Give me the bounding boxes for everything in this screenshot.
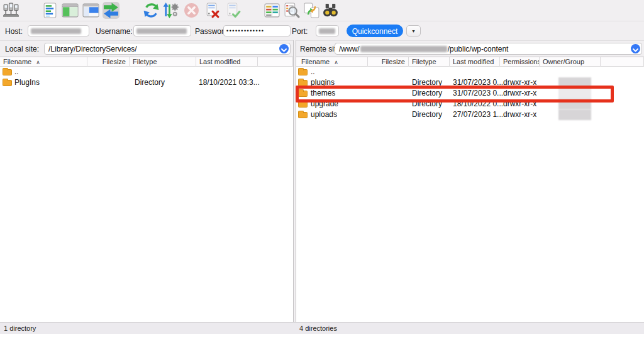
filename-cell: themes: [311, 88, 335, 99]
directory-comparison-icon[interactable]: [264, 2, 280, 19]
remote-site-path-field[interactable]: /www/ /public/wp-content: [335, 43, 642, 55]
local-path-dropdown-icon[interactable]: [279, 44, 289, 53]
divider: [0, 40, 644, 41]
filetype-cell: Directory: [412, 77, 442, 88]
port-input[interactable]: [316, 25, 339, 36]
synchronized-browsing-icon[interactable]: [303, 2, 320, 19]
remote-row-uploads[interactable]: uploads Directory 27/07/2023 1... drwxr-…: [296, 109, 644, 120]
remote-col-spacer: [601, 57, 644, 67]
folder-icon: [298, 112, 308, 118]
remote-col-lastmodified[interactable]: Last modified: [450, 57, 500, 67]
folder-icon: [3, 80, 12, 86]
remote-path-suffix: /public/wp-content: [448, 45, 509, 53]
site-manager-icon[interactable]: [3, 2, 19, 19]
port-label: Port:: [292, 27, 308, 36]
local-col-lastmodified[interactable]: Last modified: [196, 57, 258, 67]
folder-icon: [3, 69, 12, 75]
redacted-owner-group: [558, 99, 591, 109]
remote-col-permissions[interactable]: Permissions: [500, 57, 540, 67]
divider: [0, 21, 644, 21]
quickconnect-button[interactable]: Quickconnect: [347, 25, 403, 37]
filetype-cell: Directory: [135, 77, 165, 88]
local-col-filetype[interactable]: Filetype: [130, 57, 196, 67]
redacted-owner-group: [558, 109, 591, 120]
filezilla-window: Host: Username: Password: ••••••••••••• …: [0, 0, 644, 344]
redacted-host-value: [31, 28, 81, 34]
password-dots: •••••••••••••: [226, 28, 264, 34]
permissions-cell: drwxr-xr-x: [503, 77, 536, 88]
folder-icon: [298, 80, 308, 86]
lastmodified-cell: 27/07/2023 1...: [453, 109, 503, 120]
local-col-filesize[interactable]: Filesize: [87, 57, 130, 67]
remote-status-text: 4 directories: [299, 325, 337, 332]
remote-col-filesize[interactable]: Filesize: [368, 57, 409, 67]
transfer-queue-icon[interactable]: [103, 2, 119, 19]
filetype-cell: Directory: [412, 99, 442, 109]
redacted-owner-group: [558, 88, 591, 99]
filetype-cell: Directory: [412, 88, 442, 99]
local-path-text: /Library/DirectoryServices/: [48, 45, 137, 53]
reconnect-icon[interactable]: [225, 2, 242, 19]
transfer-settings-icon[interactable]: [162, 2, 179, 19]
redacted-remote-path: [360, 46, 447, 52]
remote-col-filename[interactable]: Filename∧: [296, 57, 368, 67]
username-input[interactable]: [133, 25, 191, 36]
filename-cell: ..: [14, 67, 19, 77]
filename-cell: uploads: [311, 109, 337, 120]
remote-row-upgrade[interactable]: upgrade Directory 18/10/2022 0... drwxr-…: [296, 99, 644, 109]
filename-filters-icon[interactable]: [283, 2, 300, 19]
host-input[interactable]: [28, 25, 89, 36]
remote-treeview-icon[interactable]: [82, 2, 99, 19]
redacted-owner-group: [558, 77, 591, 88]
remote-row-parent[interactable]: ..: [296, 67, 644, 77]
local-row-parent[interactable]: ..: [0, 67, 293, 77]
password-input[interactable]: •••••••••••••: [223, 25, 291, 36]
filetype-cell: Directory: [412, 109, 442, 120]
local-site-label: Local site:: [5, 45, 39, 53]
folder-icon: [298, 91, 308, 97]
lastmodified-cell: 18/10/2021 03:3...: [199, 77, 260, 88]
folder-icon: [298, 69, 308, 75]
local-row-plugins[interactable]: PlugIns Directory 18/10/2021 03:3...: [0, 77, 293, 88]
filename-cell: PlugIns: [14, 77, 40, 88]
top-chrome: Host: Username: Password: ••••••••••••• …: [0, 0, 644, 57]
remote-path-dropdown-icon[interactable]: [631, 44, 640, 53]
permissions-cell: drwxr-xr-x: [503, 88, 536, 99]
host-label: Host:: [5, 27, 23, 36]
filename-cell: plugins: [311, 77, 335, 88]
cancel-icon[interactable]: [183, 2, 200, 19]
refresh-icon[interactable]: [143, 2, 160, 19]
folder-icon: [298, 101, 308, 108]
remote-row-plugins[interactable]: plugins Directory 31/07/2023 0... drwxr-…: [296, 77, 644, 88]
remote-row-themes[interactable]: themes Directory 31/07/2023 0... drwxr-x…: [296, 88, 644, 99]
local-site-path-field[interactable]: /Library/DirectoryServices/: [44, 43, 291, 55]
permissions-cell: drwxr-xr-x: [503, 109, 536, 120]
redacted-username-value: [136, 28, 187, 34]
message-log-icon[interactable]: [42, 2, 58, 19]
remote-list-header: Filename∧ Filesize Filetype Last modifie…: [296, 57, 644, 67]
disconnect-icon[interactable]: [204, 2, 221, 19]
pane-divider[interactable]: [293, 40, 296, 333]
local-col-filename[interactable]: Filename∧: [0, 57, 87, 67]
local-col-spacer: [258, 57, 293, 67]
permissions-cell: drwxr-xr-x: [503, 99, 536, 109]
sort-asc-icon: ∧: [36, 59, 40, 65]
remote-col-filetype[interactable]: Filetype: [409, 57, 450, 67]
status-bar: 1 directory 4 directories: [0, 322, 644, 334]
redacted-port-value: [319, 28, 335, 34]
local-list-header: Filename∧ Filesize Filetype Last modifie…: [0, 57, 293, 67]
filename-cell: ..: [311, 67, 315, 77]
lastmodified-cell: 18/10/2022 0...: [453, 99, 503, 109]
quickconnect-dropdown-icon[interactable]: ▼: [406, 25, 421, 36]
lastmodified-cell: 31/07/2023 0...: [453, 88, 503, 99]
sort-asc-icon: ∧: [334, 59, 338, 65]
local-status-text: 1 directory: [4, 325, 36, 332]
find-files-icon[interactable]: [322, 2, 339, 19]
username-label: Username:: [96, 27, 133, 36]
local-treeview-icon[interactable]: [62, 2, 79, 19]
remote-col-ownergroup[interactable]: Owner/Group: [540, 57, 601, 67]
filename-cell: upgrade: [311, 99, 338, 109]
lastmodified-cell: 31/07/2023 0...: [453, 77, 503, 88]
remote-path-prefix: /www/: [339, 45, 360, 53]
